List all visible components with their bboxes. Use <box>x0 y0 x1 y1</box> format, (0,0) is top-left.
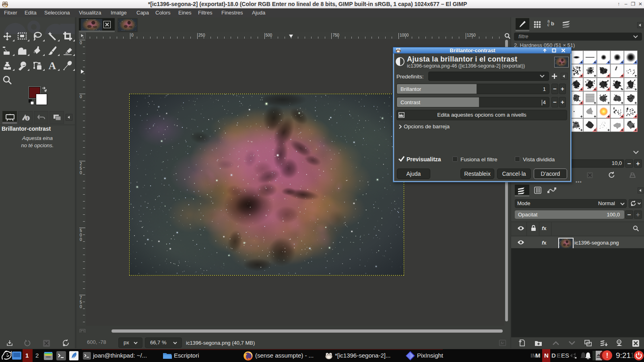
svg-text:A: A <box>49 61 56 70</box>
svg-text:i: i <box>27 116 28 121</box>
